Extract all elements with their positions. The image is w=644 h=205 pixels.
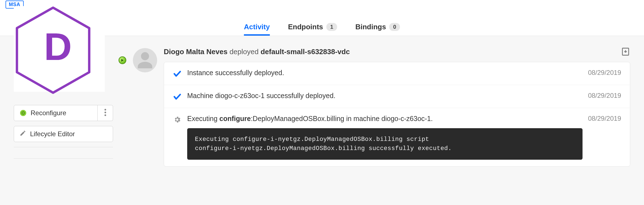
activity-row-text: Instance successfully deployed. <box>187 69 583 77</box>
activity-row: Executing configure:DeployManagedOSBox.b… <box>164 108 630 166</box>
row-bold: configure <box>219 115 251 122</box>
more-actions-button[interactable] <box>98 105 113 121</box>
lifecycle-label: Lifecycle Editor <box>30 130 75 138</box>
tab-activity-label: Activity <box>244 23 270 31</box>
dots-vertical-icon <box>104 109 106 117</box>
cog-icon <box>173 115 182 124</box>
app-hex-icon: D <box>14 6 105 92</box>
check-icon <box>173 69 182 78</box>
svg-point-2 <box>104 109 106 111</box>
svg-point-3 <box>104 112 106 113</box>
tabs: Activity Endpoints 1 Bindings 0 <box>242 19 402 36</box>
terminal-output: Executing configure-i-nyetgz.DeployManag… <box>187 128 583 160</box>
activity-card: Instance successfully deployed. 08/29/20… <box>164 62 630 167</box>
activity-row-date: 08/29/2019 <box>588 92 621 99</box>
gear-icon <box>20 109 27 117</box>
activity-row-date: 08/29/2019 <box>588 69 621 77</box>
activity-row: Machine diogo-c-z63oc-1 successfully dep… <box>164 85 630 108</box>
pencil-icon <box>20 130 26 138</box>
lifecycle-editor-button[interactable]: Lifecycle Editor <box>14 126 113 142</box>
activity-verb-text: deployed <box>229 48 259 56</box>
avatar <box>133 48 157 72</box>
tab-bindings[interactable]: Bindings 0 <box>353 23 402 36</box>
reconfigure-button[interactable]: Reconfigure <box>14 105 98 121</box>
activity-row-text: Machine diogo-c-z63oc-1 successfully dep… <box>187 92 583 100</box>
tab-activity[interactable]: Activity <box>242 23 272 36</box>
check-icon <box>173 92 182 101</box>
activity-target: default-small-s632838-vdc <box>261 48 350 56</box>
status-running-icon <box>119 56 126 64</box>
activity-user: Diogo Malta Neves <box>164 48 227 56</box>
svg-point-4 <box>104 114 106 116</box>
tab-bindings-label: Bindings <box>355 23 386 31</box>
row-prefix: Executing <box>187 115 219 122</box>
row-suffix: :DeployManagedOSBox.billing in machine d… <box>251 115 433 122</box>
activity-row-text: Executing configure:DeployManagedOSBox.b… <box>187 115 583 123</box>
tab-endpoints-count: 1 <box>326 23 337 31</box>
activity-row-date: 08/29/2019 <box>588 115 621 122</box>
separator <box>14 158 113 159</box>
separator <box>14 147 113 147</box>
download-log-icon[interactable] <box>621 47 630 56</box>
tab-endpoints-label: Endpoints <box>288 23 323 31</box>
tab-bindings-count: 0 <box>389 23 400 31</box>
reconfigure-label: Reconfigure <box>31 109 66 117</box>
activity-headline: Diogo Malta Neves deployed default-small… <box>164 48 350 56</box>
tab-endpoints[interactable]: Endpoints 1 <box>286 23 339 36</box>
app-hex-letter: D <box>44 24 72 69</box>
activity-row: Instance successfully deployed. 08/29/20… <box>164 62 630 85</box>
